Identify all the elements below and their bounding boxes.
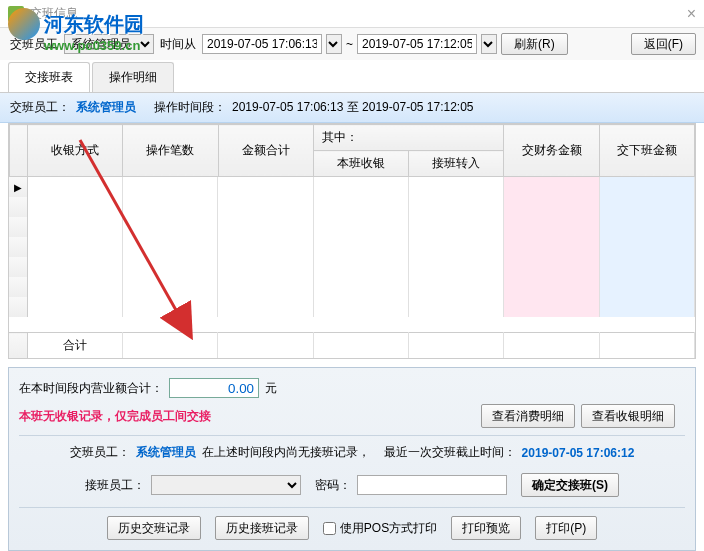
hist-shift-button[interactable]: 历史交班记录 xyxy=(107,516,201,540)
take-staff-label: 接班员工： xyxy=(85,477,145,494)
yuan-label: 元 xyxy=(265,380,277,397)
table-row[interactable] xyxy=(9,217,695,237)
shift-staff-label: 交班员工： xyxy=(70,444,130,461)
tab-shift-table[interactable]: 交接班表 xyxy=(8,62,90,92)
shift-info-2: 在上述时间段内尚无接班记录， xyxy=(202,444,370,461)
titlebar: 交班信息 × xyxy=(0,0,704,28)
no-cash-record: 本班无收银记录，仅完成员工间交接 xyxy=(19,408,211,425)
tabs: 交接班表 操作明细 xyxy=(0,62,704,93)
info-bar: 交班员工： 系统管理员 操作时间段： 2019-07-05 17:06:13 至… xyxy=(0,93,704,123)
period-total-label: 在本时间段内营业额合计： xyxy=(19,380,163,397)
col-among: 其中： xyxy=(313,125,504,151)
staff-select[interactable]: 系统管理员 xyxy=(64,34,154,54)
app-icon xyxy=(8,6,24,22)
take-staff-select[interactable] xyxy=(151,475,301,495)
tab-op-detail[interactable]: 操作明细 xyxy=(92,62,174,92)
confirm-shift-button[interactable]: 确定交接班(S) xyxy=(521,473,619,497)
table-row[interactable] xyxy=(9,197,695,217)
time-from-dd[interactable] xyxy=(326,34,342,54)
close-icon[interactable]: × xyxy=(687,5,696,23)
pwd-input[interactable] xyxy=(357,475,507,495)
period-total-value[interactable] xyxy=(169,378,259,398)
print-preview-button[interactable]: 打印预览 xyxy=(451,516,521,540)
toolbar: 交班员工 系统管理员 时间从 ~ 刷新(R) 返回(F) xyxy=(0,28,704,60)
view-cash-button[interactable]: 查看收银明细 xyxy=(581,404,675,428)
info-staff-value: 系统管理员 xyxy=(76,99,136,116)
row-pointer-icon: ▶ xyxy=(14,182,22,193)
col-next: 交下班金额 xyxy=(599,125,694,177)
col-opcount: 操作笔数 xyxy=(123,125,218,177)
shift-staff-value: 系统管理员 xyxy=(136,444,196,461)
col-finance: 交财务金额 xyxy=(504,125,599,177)
refresh-button[interactable]: 刷新(R) xyxy=(501,33,568,55)
grid: 收银方式 操作笔数 金额合计 其中： 交财务金额 交下班金额 本班收银 接班转入… xyxy=(8,123,696,359)
sum-row: 合计 xyxy=(9,333,695,359)
shift-info-3: 最近一次交班截止时间： xyxy=(384,444,516,461)
pwd-label: 密码： xyxy=(315,477,351,494)
back-button[interactable]: 返回(F) xyxy=(631,33,696,55)
table-row[interactable] xyxy=(9,297,695,317)
sum-label: 合计 xyxy=(27,333,122,359)
col-amount: 金额合计 xyxy=(218,125,313,177)
col-trans: 接班转入 xyxy=(409,151,504,177)
table-row[interactable]: ▶ xyxy=(9,177,695,197)
table-row[interactable] xyxy=(9,277,695,297)
time-sep: ~ xyxy=(346,37,353,51)
print-button[interactable]: 打印(P) xyxy=(535,516,597,540)
table-row[interactable] xyxy=(9,257,695,277)
shift-time: 2019-07-05 17:06:12 xyxy=(522,446,635,460)
info-period-label: 操作时间段： xyxy=(154,99,226,116)
use-pos-checkbox[interactable]: 使用POS方式打印 xyxy=(323,520,437,537)
table-row[interactable] xyxy=(9,237,695,257)
staff-label: 交班员工 xyxy=(10,36,58,53)
time-from-input[interactable] xyxy=(202,34,322,54)
time-to-input[interactable] xyxy=(357,34,477,54)
time-label: 时间从 xyxy=(160,36,196,53)
use-pos-check[interactable] xyxy=(323,522,336,535)
info-staff-label: 交班员工： xyxy=(10,99,70,116)
time-to-dd[interactable] xyxy=(481,34,497,54)
col-cashtype: 收银方式 xyxy=(28,125,123,177)
window-title: 交班信息 xyxy=(30,5,78,22)
info-period-value: 2019-07-05 17:06:13 至 2019-07-05 17:12:0… xyxy=(232,99,474,116)
col-self: 本班收银 xyxy=(313,151,408,177)
bottom-panel: 在本时间段内营业额合计： 元 本班无收银记录，仅完成员工间交接 查看消费明细 查… xyxy=(8,367,696,551)
hist-take-button[interactable]: 历史接班记录 xyxy=(215,516,309,540)
view-consume-button[interactable]: 查看消费明细 xyxy=(481,404,575,428)
